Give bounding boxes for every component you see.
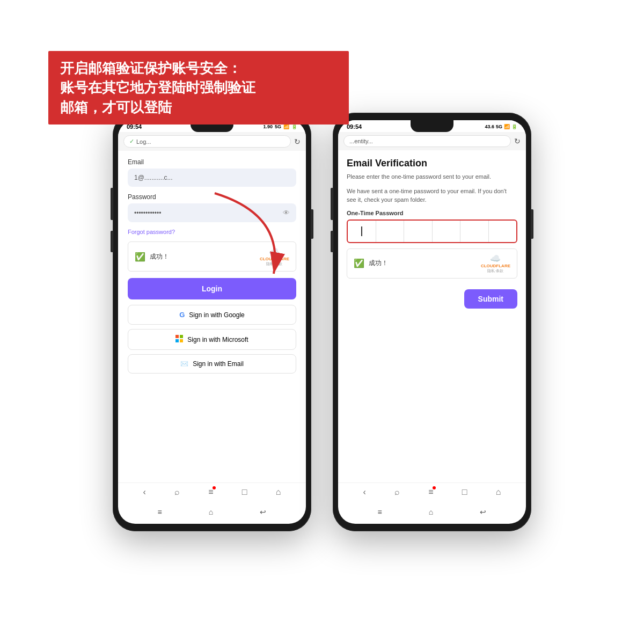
otp-container[interactable] bbox=[347, 219, 517, 243]
annotation-line3: 邮箱，才可以登陆 bbox=[60, 99, 172, 115]
nav-home-left[interactable]: ⌂ bbox=[276, 487, 281, 497]
sys-menu-right[interactable]: ≡ bbox=[378, 508, 382, 516]
svg-rect-0 bbox=[175, 335, 179, 338]
sign-email-label: Sign in with Email bbox=[193, 360, 244, 368]
captcha-box-left: ✅ 成功！ ☁️ CLOUDFLARE 隐私·条款 bbox=[128, 241, 296, 272]
captcha-success-text: 成功！ bbox=[150, 252, 169, 261]
nav-search-left[interactable]: ⌕ bbox=[174, 487, 180, 497]
captcha-check-icon-right: ✅ bbox=[354, 258, 364, 268]
status-time-right: 09:54 bbox=[347, 123, 362, 130]
cf-cloud-icon-right: ☁️ bbox=[490, 253, 501, 264]
captcha-box-right: ✅ 成功！ ☁️ CLOUDFLARE 隐私·条款 bbox=[347, 248, 517, 279]
sign-email-button[interactable]: ✉️ Sign in with Email bbox=[128, 354, 296, 374]
otp-box-1[interactable] bbox=[348, 221, 376, 242]
url-text-left: Log... bbox=[136, 138, 151, 145]
verify-title: Email Verification bbox=[347, 158, 517, 169]
svg-rect-1 bbox=[180, 335, 183, 338]
captcha-right-content: ✅ 成功！ bbox=[354, 258, 388, 268]
nav-back-left[interactable]: ‹ bbox=[143, 487, 146, 497]
captcha-check-icon: ✅ bbox=[135, 252, 145, 262]
email-value: 1@...........c... bbox=[134, 174, 173, 181]
bottom-nav-left: ‹ ⌕ ≡ □ ⌂ bbox=[118, 482, 306, 501]
annotation-line2: 账号在其它地方登陆时强制验证 bbox=[60, 79, 255, 96]
nav-menu-left[interactable]: ≡ bbox=[208, 487, 213, 497]
bottom-nav-right: ‹ ⌕ ≡ □ ⌂ bbox=[338, 482, 526, 501]
cf-cloud-icon: ☁️ bbox=[269, 246, 280, 257]
google-icon: G bbox=[179, 311, 185, 319]
phone-screen-right: 09:54 43.6 5G 📶 🔋 ...entity... ↻ Email V… bbox=[338, 120, 526, 524]
nav-tab-right[interactable]: □ bbox=[462, 487, 467, 497]
password-input[interactable]: •••••••••••• 👁 bbox=[128, 203, 296, 222]
sign-microsoft-label: Sign in with Microsoft bbox=[187, 336, 248, 343]
otp-box-6[interactable] bbox=[489, 221, 517, 242]
verify-desc2: We have sent a one-time password to your… bbox=[347, 187, 517, 204]
browser-url-right[interactable]: ...entity... bbox=[343, 135, 511, 147]
sign-microsoft-button[interactable]: Sign in with Microsoft bbox=[128, 329, 296, 350]
otp-box-2[interactable] bbox=[376, 221, 405, 242]
reload-icon-right[interactable]: ↻ bbox=[514, 137, 521, 145]
otp-box-4[interactable] bbox=[433, 221, 461, 242]
system-nav-right: ≡ ⌂ ↩ bbox=[338, 506, 526, 518]
cf-name-right: CLOUDFLARE bbox=[481, 264, 510, 268]
nav-search-right[interactable]: ⌕ bbox=[394, 487, 400, 497]
captcha-success-text-right: 成功！ bbox=[369, 259, 388, 268]
browser-url-left[interactable]: ✓ Log... bbox=[123, 135, 291, 148]
sys-menu-left[interactable]: ≡ bbox=[158, 508, 162, 516]
status-icons-right: 43.6 5G 📶 🔋 bbox=[485, 124, 517, 129]
sys-back-right[interactable]: ↩ bbox=[480, 508, 486, 516]
otp-box-3[interactable] bbox=[404, 221, 433, 242]
browser-bar-right: ...entity... ↻ bbox=[338, 132, 526, 150]
nav-back-right[interactable]: ‹ bbox=[363, 487, 366, 497]
cloudflare-logo-right: ☁️ CLOUDFLARE 隐私·条款 bbox=[481, 253, 510, 274]
email-label: Email bbox=[128, 158, 296, 166]
login-content: Email 1@...........c... Password •••••••… bbox=[118, 151, 306, 385]
nav-home-right[interactable]: ⌂ bbox=[496, 487, 501, 497]
nav-tab-left[interactable]: □ bbox=[242, 487, 247, 497]
nav-dot-right bbox=[433, 486, 436, 489]
annotation-line1: 开启邮箱验证保护账号安全： bbox=[60, 60, 241, 76]
sys-home-right[interactable]: ⌂ bbox=[429, 508, 433, 516]
cloudflare-logo-left: ☁️ CLOUDFLARE 隐私·条款 bbox=[260, 246, 289, 267]
status-icons-left: 1.90 5G 📶 🔋 bbox=[263, 124, 297, 129]
phone-left: 09:54 1.90 5G 📶 🔋 ✓ Log... ↻ Email bbox=[113, 113, 311, 531]
phone-vol-button bbox=[111, 231, 113, 252]
sign-google-button[interactable]: G Sign in with Google bbox=[128, 305, 296, 325]
nav-menu-right[interactable]: ≡ bbox=[428, 487, 433, 497]
email-input[interactable]: 1@...........c... bbox=[128, 169, 296, 187]
annotation-banner: 开启邮箱验证保护账号安全： 账号在其它地方登陆时强制验证 邮箱，才可以登陆 bbox=[48, 51, 349, 125]
svg-rect-2 bbox=[175, 339, 179, 342]
phone-right: 09:54 43.6 5G 📶 🔋 ...entity... ↻ Email V… bbox=[333, 113, 531, 531]
phone-vol-button-right bbox=[331, 231, 333, 252]
forgot-password-link[interactable]: Forgot password? bbox=[128, 229, 296, 235]
email-icon: ✉️ bbox=[180, 360, 188, 368]
phone-screen-left: 09:54 1.90 5G 📶 🔋 ✓ Log... ↻ Email bbox=[118, 120, 306, 524]
login-button[interactable]: Login bbox=[128, 278, 296, 299]
verify-content: Email Verification Please enter the one-… bbox=[338, 150, 526, 292]
microsoft-icon bbox=[175, 335, 183, 344]
shield-icon-left: ✓ bbox=[129, 138, 134, 145]
eye-icon[interactable]: 👁 bbox=[283, 209, 290, 217]
cf-sub-right: 隐私·条款 bbox=[487, 268, 503, 274]
sys-home-left[interactable]: ⌂ bbox=[209, 508, 213, 516]
url-text-right: ...entity... bbox=[349, 138, 373, 144]
otp-box-5[interactable] bbox=[460, 221, 489, 242]
submit-button[interactable]: Submit bbox=[464, 289, 517, 309]
nav-dot-left bbox=[213, 486, 216, 489]
system-nav-left: ≡ ⌂ ↩ bbox=[118, 506, 306, 518]
verify-desc1: Please enter the one-time password sent … bbox=[347, 172, 517, 181]
sign-google-label: Sign in with Google bbox=[189, 311, 244, 319]
browser-bar-left: ✓ Log... ↻ bbox=[118, 132, 306, 151]
svg-rect-3 bbox=[180, 339, 183, 342]
phone-notch-right bbox=[411, 120, 453, 132]
sys-back-left[interactable]: ↩ bbox=[260, 508, 266, 516]
cf-name-left: CLOUDFLARE bbox=[260, 257, 289, 261]
password-label: Password bbox=[128, 193, 296, 201]
password-value: •••••••••••• bbox=[134, 209, 161, 217]
otp-cursor bbox=[361, 226, 362, 236]
page-wrapper: 09:54 1.90 5G 📶 🔋 ✓ Log... ↻ Email bbox=[0, 0, 644, 644]
otp-label: One-Time Password bbox=[347, 210, 517, 216]
cf-sub-left: 隐私·条款 bbox=[266, 261, 282, 267]
captcha-left-content: ✅ 成功！ bbox=[135, 252, 169, 262]
reload-icon-left[interactable]: ↻ bbox=[294, 137, 301, 146]
phone-power-button bbox=[311, 209, 313, 239]
